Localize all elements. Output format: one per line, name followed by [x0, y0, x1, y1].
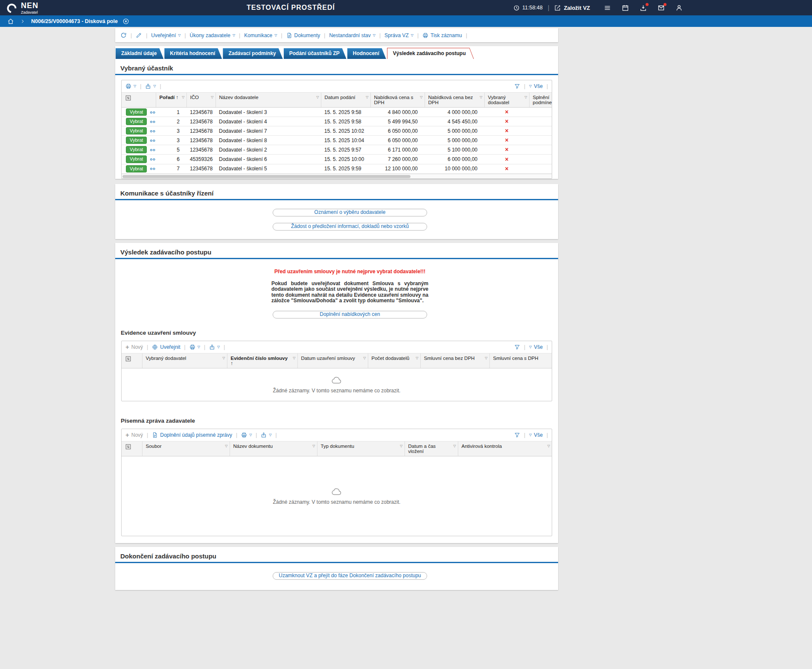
- tab-vysledek-zadavaciho-postupu[interactable]: Výsledek zadávacího postupu: [387, 48, 474, 59]
- col-datum-uzavreni[interactable]: Datum uzavření smlouvy▽: [297, 353, 368, 368]
- filter-icon[interactable]: ▽: [363, 356, 366, 360]
- tab-zakladni-udaje[interactable]: Základní údaje: [116, 48, 163, 59]
- column-chooser-button[interactable]: [122, 353, 142, 368]
- col-nazev-dokumentu[interactable]: Název dokumentu▽: [230, 441, 317, 456]
- filter-icon[interactable]: ▽: [480, 95, 482, 99]
- filter-icon[interactable]: ▽: [524, 95, 527, 99]
- toolbar-item-tisk-zaznamu[interactable]: Tisk záznamu: [422, 32, 462, 38]
- select-supplier-button[interactable]: Vybrat: [126, 155, 147, 163]
- show-all-button[interactable]: ▽Vše: [529, 344, 543, 350]
- select-supplier-button[interactable]: Vybrat: [126, 118, 147, 125]
- col-cena-s-dph[interactable]: Nabídková cena s DPH▽: [370, 93, 425, 108]
- toolbar-item-sprava-vz[interactable]: Správa VZ▽: [384, 32, 413, 38]
- col-pocet-dodavatelu[interactable]: Počet dodavatelů▽: [368, 353, 420, 368]
- filter-button[interactable]: [514, 83, 520, 89]
- notice-of-supplier-selection-button[interactable]: Oznámení o výběru dodavatele: [273, 209, 427, 216]
- row-menu-icon[interactable]: ooo: [150, 120, 156, 124]
- col-typ-dokumentu[interactable]: Typ dokumentu▽: [317, 441, 405, 456]
- toolbar-item-komunikace[interactable]: Komunikace▽: [244, 32, 277, 38]
- filter-icon[interactable]: ▽: [211, 95, 213, 99]
- edit-record-button[interactable]: [136, 32, 142, 38]
- tab-zadavaci-podminky[interactable]: Zadávací podmínky: [223, 48, 282, 59]
- col-datum-podani[interactable]: Datum podání▽: [321, 93, 370, 108]
- row-menu-icon[interactable]: ooo: [150, 167, 156, 171]
- close-record-icon[interactable]: [122, 18, 129, 25]
- col-datum-cas-vlozeni[interactable]: Datum a čas vložení▽: [405, 441, 458, 456]
- filter-icon[interactable]: ▽: [485, 356, 487, 360]
- breadcrumb-current[interactable]: N006/25/V00004673 - Disková pole: [31, 18, 118, 24]
- scrollbar-thumb[interactable]: [122, 175, 410, 178]
- filter-icon[interactable]: ▽: [182, 95, 184, 99]
- col-vybrany-dodavatel[interactable]: Vybraný dodavatel▽: [484, 93, 529, 108]
- toolbar-item-dokumenty[interactable]: Dokumenty: [286, 32, 320, 38]
- col-evidencni-cislo[interactable]: Evidenční číslo smlouvy ↑▽: [227, 353, 297, 368]
- col-nazev-dodavatele[interactable]: Název dodavatele▽: [215, 93, 321, 108]
- filter-icon[interactable]: ▽: [225, 444, 227, 448]
- filter-button[interactable]: [514, 432, 520, 438]
- select-supplier-button[interactable]: Vybrat: [126, 165, 147, 172]
- menu-icon[interactable]: [604, 4, 611, 12]
- col-poradi[interactable]: Pořadí ↑▽: [156, 93, 186, 108]
- horizontal-scrollbar[interactable]: [122, 174, 552, 178]
- user-icon[interactable]: [675, 4, 683, 12]
- filter-icon[interactable]: ▽: [312, 444, 315, 448]
- col-ico[interactable]: IČO▽: [186, 93, 215, 108]
- print-table-button[interactable]: ▽: [125, 83, 136, 89]
- request-information-button[interactable]: Žádost o předložení informací, dokladů n…: [273, 223, 427, 231]
- publish-button[interactable]: Uveřejnit: [152, 344, 180, 350]
- select-supplier-button[interactable]: Vybrat: [126, 108, 147, 116]
- row-menu-icon[interactable]: ooo: [150, 129, 156, 133]
- row-menu-icon[interactable]: ooo: [150, 138, 156, 143]
- col-vybrany-dodavatel[interactable]: Vybraný dodavatel▽: [142, 353, 227, 368]
- filter-icon[interactable]: ▽: [222, 356, 225, 360]
- export-table-button[interactable]: ▽: [261, 432, 271, 438]
- filter-button[interactable]: [514, 344, 520, 350]
- calendar-icon[interactable]: [622, 4, 629, 12]
- new-record-button[interactable]: +Nový: [125, 344, 143, 350]
- export-table-button[interactable]: ▽: [145, 83, 156, 89]
- fill-offer-prices-button[interactable]: Doplnění nabídkových cen: [273, 311, 427, 318]
- show-all-button[interactable]: ▽Vše: [529, 83, 543, 89]
- tab-kriteria-hodnoceni[interactable]: Kritéria hodnocení: [164, 48, 222, 59]
- show-all-button[interactable]: ▽Vše: [529, 432, 543, 438]
- filter-icon[interactable]: ▽: [316, 95, 319, 99]
- refresh-button[interactable]: [120, 32, 127, 38]
- lock-vz-button[interactable]: Uzamknout VZ a přejít do fáze Dokončení …: [273, 572, 427, 580]
- column-chooser-button[interactable]: [122, 93, 156, 108]
- col-soubor[interactable]: Soubor▽: [142, 441, 230, 456]
- filter-icon[interactable]: ▽: [453, 444, 456, 448]
- select-supplier-button[interactable]: Vybrat: [126, 127, 147, 134]
- fill-written-report-button[interactable]: Doplnění údajů písemné zprávy: [152, 432, 232, 438]
- export-table-button[interactable]: ▽: [209, 344, 220, 350]
- print-table-button[interactable]: ▽: [189, 344, 200, 350]
- column-chooser-button[interactable]: [122, 441, 142, 456]
- row-menu-icon[interactable]: ooo: [150, 148, 156, 152]
- filter-icon[interactable]: ▽: [420, 95, 422, 99]
- row-menu-icon[interactable]: ooo: [150, 110, 156, 114]
- create-vz-button[interactable]: Založit VZ: [554, 5, 590, 11]
- downloads-icon[interactable]: [640, 4, 647, 12]
- filter-icon[interactable]: ▽: [293, 356, 295, 360]
- nen-logo[interactable]: NEN Zadavatel: [6, 2, 38, 15]
- filter-icon[interactable]: ▽: [547, 444, 550, 448]
- toolbar-item-uverejneni[interactable]: Uveřejnění▽: [151, 32, 180, 38]
- toolbar-item-ukony-zadavatele[interactable]: Úkony zadavatele▽: [190, 32, 236, 38]
- home-icon[interactable]: [7, 18, 14, 25]
- tab-hodnoceni[interactable]: Hodnocení: [347, 48, 386, 59]
- filter-icon[interactable]: ▽: [416, 356, 418, 360]
- col-splneni-podminek[interactable]: Splnění podmínek: [529, 93, 552, 108]
- tab-podani-ucastniku-zp[interactable]: Podání účastníků ZP: [284, 48, 346, 59]
- messages-icon[interactable]: [658, 4, 665, 12]
- new-record-button[interactable]: +Nový: [125, 432, 143, 438]
- col-cena-bez-dph[interactable]: Nabídková cena bez DPH▽: [425, 93, 484, 108]
- row-menu-icon[interactable]: ooo: [150, 157, 156, 161]
- filter-icon[interactable]: ▽: [400, 444, 402, 448]
- filter-icon[interactable]: ▽: [366, 95, 368, 99]
- col-smluvni-cena-bez-dph[interactable]: Smluvní cena bez DPH▽: [420, 353, 489, 368]
- col-smluvni-cena-s-dph[interactable]: Smluvní cena s DPH: [489, 353, 552, 368]
- select-supplier-button[interactable]: Vybrat: [126, 146, 147, 153]
- col-antivirova-kontrola[interactable]: Antivirová kontrola▽: [458, 441, 552, 456]
- select-supplier-button[interactable]: Vybrat: [126, 137, 147, 144]
- print-table-button[interactable]: ▽: [241, 432, 252, 438]
- toolbar-item-nestandardni-stav[interactable]: Nestandardní stav▽: [329, 32, 375, 38]
